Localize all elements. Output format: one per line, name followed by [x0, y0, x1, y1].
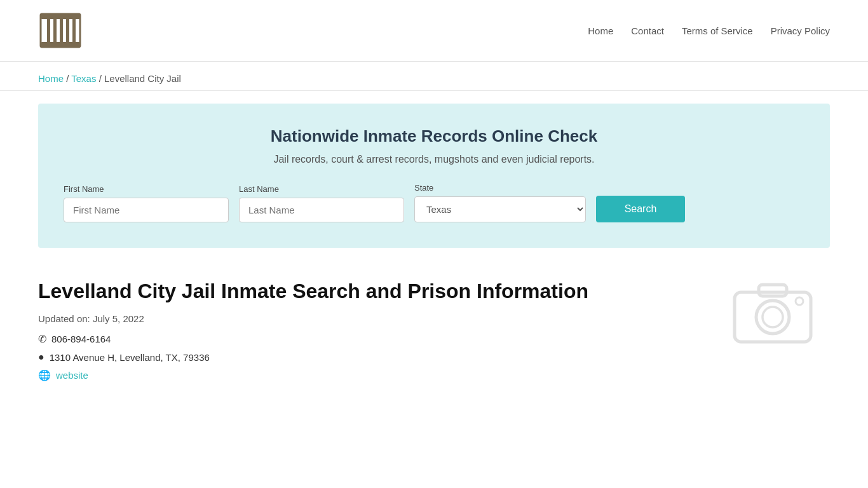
- search-panel: Nationwide Inmate Records Online Check J…: [38, 104, 830, 248]
- search-form: First Name Last Name State Texas Alabama…: [64, 183, 804, 222]
- nav-privacy[interactable]: Privacy Policy: [771, 25, 830, 36]
- phone-line: ✆ 806-894-6164: [38, 333, 830, 345]
- last-name-group: Last Name: [239, 184, 404, 222]
- state-group: State Texas Alabama Alaska Arizona Calif…: [414, 183, 586, 222]
- svg-rect-5: [60, 19, 63, 42]
- search-button[interactable]: Search: [596, 196, 685, 222]
- site-header: Home Contact Terms of Service Privacy Po…: [0, 0, 868, 62]
- website-link[interactable]: website: [56, 370, 88, 381]
- breadcrumb-state[interactable]: Texas: [71, 73, 96, 84]
- first-name-group: First Name: [64, 184, 229, 222]
- svg-rect-4: [53, 19, 57, 42]
- svg-rect-3: [47, 19, 50, 42]
- last-name-input[interactable]: [239, 198, 404, 222]
- phone-icon: ✆: [38, 333, 46, 345]
- svg-point-10: [756, 301, 789, 334]
- breadcrumb-current: Levelland City Jail: [104, 73, 181, 84]
- camera-icon: [728, 273, 817, 349]
- logo[interactable]: [38, 11, 83, 50]
- svg-rect-1: [41, 14, 80, 19]
- svg-point-12: [796, 297, 803, 305]
- state-label: State: [414, 183, 586, 193]
- svg-rect-7: [72, 19, 76, 42]
- website-line: 🌐 website: [38, 369, 830, 381]
- svg-point-11: [763, 307, 783, 327]
- nav-terms[interactable]: Terms of Service: [682, 25, 753, 36]
- page-title: Levelland City Jail Inmate Search and Pr…: [38, 280, 830, 303]
- search-panel-subtitle: Jail records, court & arrest records, mu…: [64, 154, 804, 165]
- state-select[interactable]: Texas Alabama Alaska Arizona California …: [414, 196, 586, 222]
- svg-rect-6: [66, 19, 69, 42]
- globe-icon: 🌐: [38, 369, 51, 381]
- main-content: Levelland City Jail Inmate Search and Pr…: [0, 261, 868, 413]
- updated-date: Updated on: July 5, 2022: [38, 313, 830, 324]
- breadcrumb-home[interactable]: Home: [38, 73, 64, 84]
- first-name-input[interactable]: [64, 198, 229, 222]
- last-name-label: Last Name: [239, 184, 404, 194]
- breadcrumb-sep2: /: [99, 73, 104, 84]
- main-nav: Home Contact Terms of Service Privacy Po…: [588, 25, 830, 36]
- breadcrumb: Home / Texas / Levelland City Jail: [0, 62, 868, 91]
- svg-rect-2: [41, 42, 80, 47]
- address-line: ● 1310 Avenue H, Levelland, TX, 79336: [38, 351, 830, 363]
- address-text: 1310 Avenue H, Levelland, TX, 79336: [50, 352, 210, 363]
- camera-placeholder: [728, 273, 817, 352]
- phone-number: 806-894-6164: [51, 334, 111, 344]
- location-icon: ●: [38, 351, 44, 363]
- jail-bars-icon: [38, 11, 83, 50]
- first-name-label: First Name: [64, 184, 229, 194]
- svg-rect-9: [759, 285, 787, 296]
- nav-contact[interactable]: Contact: [631, 25, 664, 36]
- search-panel-title: Nationwide Inmate Records Online Check: [64, 126, 804, 146]
- nav-home[interactable]: Home: [588, 25, 613, 36]
